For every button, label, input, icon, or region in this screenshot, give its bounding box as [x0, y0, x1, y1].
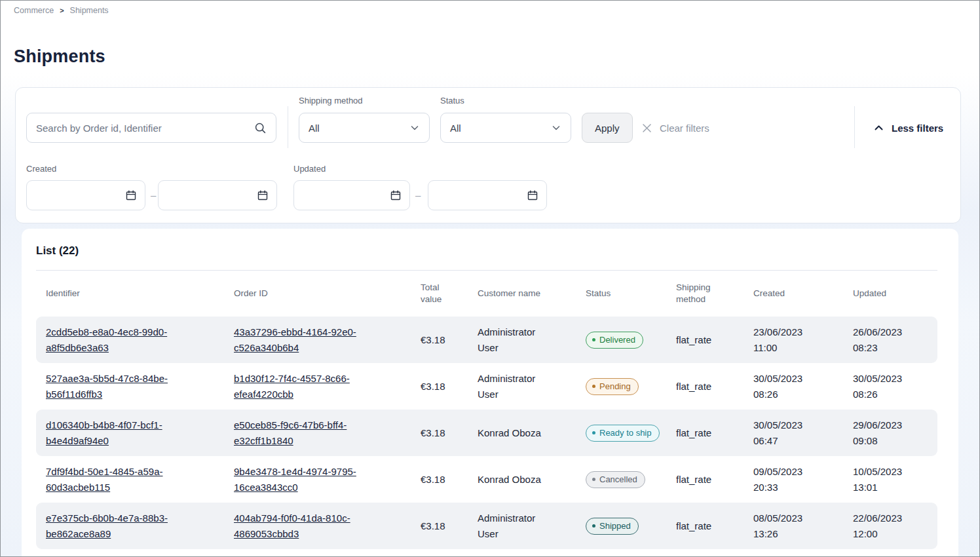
filter-divider	[854, 106, 855, 148]
calendar-icon	[257, 189, 269, 201]
order-id-link[interactable]: b1d30f12-7f4c-4557-8c66-efeaf4220cbb	[234, 371, 375, 402]
range-separator: –	[415, 189, 421, 201]
chevron-up-icon	[873, 123, 884, 134]
shipping-method-label: Shipping method	[299, 96, 363, 106]
created-cell: 08/05/202313:26	[753, 510, 853, 541]
status-dot-icon	[592, 385, 595, 388]
calendar-icon	[527, 189, 538, 201]
order-id-link[interactable]: e50ceb85-f9c6-47b6-bff4-e32cff1b1840	[234, 417, 375, 448]
updated-cell: 26/06/202308:23	[853, 324, 931, 355]
search-icon[interactable]	[254, 122, 267, 134]
shipping-method-value: All	[309, 123, 320, 134]
table-header-row: Identifier Order ID Total value Customer…	[36, 271, 937, 317]
column-header-created: Created	[753, 288, 853, 299]
identifier-link[interactable]: 527aae3a-5b5d-47c8-84be-b56f11d6ffb3	[46, 371, 185, 402]
calendar-icon	[390, 189, 402, 201]
table-row: d106340b-b4b8-4f07-bcf1-b4e4d9af94e0 e50…	[36, 410, 937, 456]
updated-cell: 10/05/202313:01	[853, 464, 931, 495]
table-row: 2cdd5eb8-e8a0-4ec8-99d0-a8f5db6e3a63 43a…	[36, 317, 937, 363]
customer-name: Konrad Oboza	[478, 425, 541, 440]
shipping-method: flat_rate	[676, 427, 753, 438]
status-label: Status	[440, 96, 464, 106]
identifier-link[interactable]: 2cdd5eb8-e8a0-4ec8-99d0-a8f5db6e3a63	[46, 324, 185, 355]
less-filters-label: Less filters	[892, 123, 943, 134]
total-value: €3.18	[421, 334, 478, 345]
shipping-method: flat_rate	[676, 474, 753, 485]
order-id-link[interactable]: 404ab794-f0f0-41da-810c-4869053cbbd3	[234, 510, 375, 541]
identifier-link[interactable]: e7e375cb-6b0b-4e7a-88b3-be862ace8a89	[46, 510, 185, 541]
shipping-method: flat_rate	[676, 520, 753, 531]
breadcrumb-commerce[interactable]: Commerce	[14, 6, 54, 15]
status-select[interactable]: All	[440, 113, 571, 143]
updated-from-input[interactable]	[293, 180, 410, 210]
status-dot-icon	[592, 338, 595, 341]
table-row: 527aae3a-5b5d-47c8-84be-b56f11d6ffb3 b1d…	[36, 363, 937, 410]
table-row: e7e375cb-6b0b-4e7a-88b3-be862ace8a89 404…	[36, 503, 937, 549]
table-row: 7df9f4bd-50e1-4845-a59a-60d3acbeb115 9b4…	[36, 456, 937, 503]
page-title: Shipments	[14, 47, 105, 67]
list-title: List (22)	[22, 229, 958, 258]
shipping-method: flat_rate	[676, 381, 753, 392]
calendar-icon	[125, 189, 137, 201]
updated-cell: 29/06/202309:08	[853, 417, 931, 448]
breadcrumb: Commerce > Shipments	[14, 6, 109, 15]
clear-filters-button[interactable]: Clear filters	[641, 113, 709, 143]
chevron-down-icon	[551, 123, 561, 133]
less-filters-toggle[interactable]: Less filters	[873, 113, 943, 143]
breadcrumb-shipments[interactable]: Shipments	[70, 6, 109, 15]
created-cell: 30/05/202308:26	[753, 371, 853, 402]
status-dot-icon	[592, 524, 595, 528]
status-dot-icon	[592, 431, 595, 434]
close-icon	[641, 123, 652, 134]
status-value: All	[450, 123, 461, 134]
total-value: €3.18	[421, 520, 478, 531]
column-header-identifier: Identifier	[46, 288, 234, 299]
total-value: €3.18	[421, 381, 478, 392]
status-dot-icon	[592, 478, 595, 481]
created-to-input[interactable]	[158, 180, 277, 210]
updated-cell: 30/05/202308:26	[853, 371, 931, 402]
clear-filters-label: Clear filters	[660, 123, 709, 134]
shipping-method-select[interactable]: All	[299, 113, 430, 143]
identifier-link[interactable]: d106340b-b4b8-4f07-bcf1-b4e4d9af94e0	[46, 417, 185, 448]
shipments-list-panel: List (22) Identifier Order ID Total valu…	[22, 229, 958, 557]
column-header-order-id: Order ID	[234, 288, 421, 299]
filter-divider	[288, 106, 288, 148]
status-badge: Ready to ship	[586, 425, 660, 442]
order-id-link[interactable]: 9b4e3478-1e4d-4974-9795-16cea3843cc0	[234, 464, 375, 495]
customer-name: Konrad Oboza	[478, 472, 541, 487]
created-cell: 23/06/202311:00	[753, 324, 853, 355]
column-header-status: Status	[586, 288, 676, 299]
filters-panel: Shipping method All Status All Apply	[15, 87, 961, 223]
apply-button[interactable]: Apply	[582, 113, 633, 143]
total-value: €3.18	[421, 474, 478, 485]
customer-name: Administrator User	[478, 510, 551, 541]
order-id-link[interactable]: 43a37296-ebbd-4164-92e0-c526a340b6b4	[234, 324, 375, 355]
customer-name: Administrator User	[478, 324, 551, 355]
updated-cell: 22/06/202312:00	[853, 510, 931, 541]
search-input-wrap	[26, 113, 276, 143]
created-label: Created	[26, 164, 56, 174]
status-badge: Cancelled	[586, 471, 645, 488]
column-header-shipping-method: Shipping method	[676, 282, 714, 305]
shipping-method: flat_rate	[676, 334, 753, 345]
status-badge: Pending	[586, 378, 639, 395]
column-header-updated: Updated	[853, 288, 931, 299]
total-value: €3.18	[421, 427, 478, 438]
created-cell: 09/05/202320:33	[753, 464, 853, 495]
updated-to-input[interactable]	[428, 180, 547, 210]
search-input[interactable]	[36, 123, 254, 134]
status-badge: Shipped	[586, 518, 639, 535]
updated-label: Updated	[293, 164, 326, 174]
breadcrumb-separator: >	[60, 7, 64, 14]
created-from-input[interactable]	[26, 180, 145, 210]
shipments-page: Commerce > Shipments Shipments Shipping …	[0, 0, 980, 557]
column-header-total-value: Total value	[421, 282, 459, 305]
column-header-customer-name: Customer name	[478, 288, 586, 299]
status-badge: Delivered	[586, 332, 643, 349]
identifier-link[interactable]: 7df9f4bd-50e1-4845-a59a-60d3acbeb115	[46, 464, 185, 495]
chevron-down-icon	[409, 123, 420, 133]
customer-name: Administrator User	[478, 371, 551, 402]
range-separator: –	[151, 189, 156, 201]
created-cell: 30/05/202306:47	[753, 417, 853, 448]
